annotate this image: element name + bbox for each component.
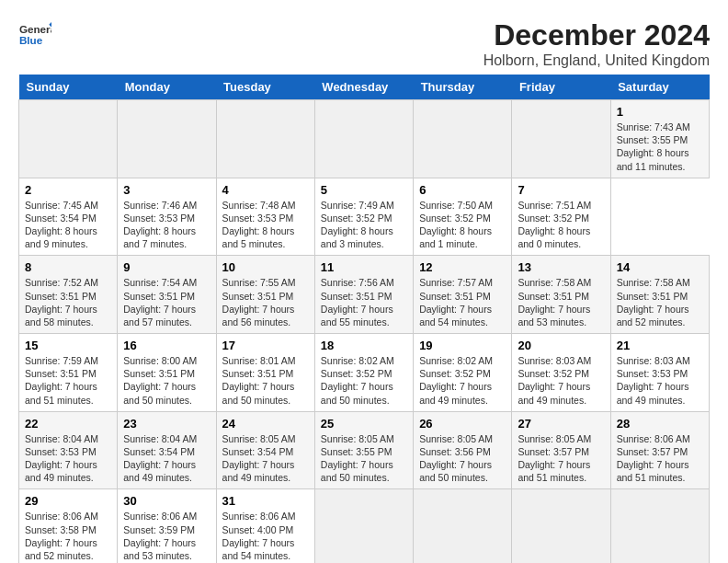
- day-detail: Sunrise: 8:02 AM Sunset: 3:52 PM Dayligh…: [321, 354, 407, 407]
- main-title: December 2024: [483, 18, 710, 52]
- day-number: 27: [518, 417, 604, 431]
- header-day-friday: Friday: [512, 75, 610, 100]
- header-day-saturday: Saturday: [610, 75, 709, 100]
- day-detail: Sunrise: 8:05 AM Sunset: 3:54 PM Dayligh…: [222, 432, 309, 485]
- header-day-tuesday: Tuesday: [216, 75, 314, 100]
- calendar-cell: [118, 100, 216, 178]
- day-number: 28: [617, 417, 703, 431]
- day-number: 18: [321, 339, 407, 352]
- calendar-cell: 27Sunrise: 8:05 AM Sunset: 3:57 PM Dayli…: [512, 411, 610, 489]
- day-detail: Sunrise: 7:50 AM Sunset: 3:52 PM Dayligh…: [419, 199, 506, 251]
- day-number: 22: [25, 417, 111, 431]
- header: General Blue December 2024 Holborn, Engl…: [18, 18, 710, 69]
- calendar-cell: 11Sunrise: 7:56 AM Sunset: 3:51 PM Dayli…: [314, 256, 413, 334]
- calendar-cell: 2Sunrise: 7:45 AM Sunset: 3:54 PM Daylig…: [19, 178, 118, 256]
- calendar-header-row: SundayMondayTuesdayWednesdayThursdayFrid…: [19, 75, 710, 100]
- day-detail: Sunrise: 7:45 AM Sunset: 3:54 PM Dayligh…: [25, 199, 111, 251]
- day-detail: Sunrise: 7:56 AM Sunset: 3:51 PM Dayligh…: [321, 276, 407, 328]
- day-detail: Sunrise: 7:57 AM Sunset: 3:51 PM Dayligh…: [419, 276, 506, 328]
- day-number: 30: [123, 494, 210, 508]
- calendar-cell: 13Sunrise: 7:58 AM Sunset: 3:51 PM Dayli…: [512, 256, 610, 334]
- logo-svg: General Blue: [18, 18, 51, 52]
- day-detail: Sunrise: 8:04 AM Sunset: 3:53 PM Dayligh…: [25, 432, 111, 485]
- calendar-cell: [610, 489, 709, 563]
- day-detail: Sunrise: 8:06 AM Sunset: 3:57 PM Dayligh…: [617, 432, 703, 485]
- day-number: 12: [419, 260, 506, 274]
- day-number: 9: [123, 260, 210, 274]
- calendar-cell: [414, 100, 512, 178]
- day-number: 31: [222, 494, 309, 508]
- day-detail: Sunrise: 7:58 AM Sunset: 3:51 PM Dayligh…: [518, 276, 604, 328]
- calendar-cell: 23Sunrise: 8:04 AM Sunset: 3:54 PM Dayli…: [118, 411, 216, 489]
- calendar-cell: 16Sunrise: 8:00 AM Sunset: 3:51 PM Dayli…: [118, 334, 216, 412]
- day-number: 29: [25, 494, 111, 508]
- day-number: 26: [419, 417, 506, 431]
- calendar-cell: [314, 100, 413, 178]
- day-number: 1: [617, 105, 703, 119]
- calendar-cell: [19, 100, 118, 178]
- title-block: December 2024 Holborn, England, United K…: [483, 18, 710, 69]
- calendar-cell: 21Sunrise: 8:03 AM Sunset: 3:53 PM Dayli…: [610, 334, 709, 412]
- calendar-cell: 31Sunrise: 8:06 AM Sunset: 4:00 PM Dayli…: [216, 489, 314, 563]
- day-number: 3: [123, 183, 210, 197]
- week-row-1: 2Sunrise: 7:45 AM Sunset: 3:54 PM Daylig…: [19, 178, 710, 256]
- day-detail: Sunrise: 8:03 AM Sunset: 3:53 PM Dayligh…: [617, 354, 703, 407]
- subtitle: Holborn, England, United Kingdom: [483, 52, 710, 69]
- calendar-cell: 5Sunrise: 7:49 AM Sunset: 3:52 PM Daylig…: [314, 178, 413, 256]
- calendar-cell: [512, 100, 610, 178]
- day-detail: Sunrise: 8:06 AM Sunset: 4:00 PM Dayligh…: [222, 510, 309, 562]
- calendar-cell: 30Sunrise: 8:06 AM Sunset: 3:59 PM Dayli…: [118, 489, 216, 563]
- calendar-cell: 9Sunrise: 7:54 AM Sunset: 3:51 PM Daylig…: [118, 256, 216, 334]
- day-number: 19: [419, 339, 506, 352]
- day-number: 15: [25, 339, 111, 352]
- day-detail: Sunrise: 7:58 AM Sunset: 3:51 PM Dayligh…: [617, 276, 703, 328]
- calendar-cell: 4Sunrise: 7:48 AM Sunset: 3:53 PM Daylig…: [216, 178, 314, 256]
- day-number: 8: [25, 260, 111, 274]
- day-detail: Sunrise: 7:49 AM Sunset: 3:52 PM Dayligh…: [321, 199, 407, 251]
- day-detail: Sunrise: 8:01 AM Sunset: 3:51 PM Dayligh…: [222, 354, 309, 407]
- calendar-cell: 20Sunrise: 8:03 AM Sunset: 3:52 PM Dayli…: [512, 334, 610, 412]
- week-row-2: 8Sunrise: 7:52 AM Sunset: 3:51 PM Daylig…: [19, 256, 710, 334]
- svg-text:Blue: Blue: [19, 34, 43, 46]
- day-detail: Sunrise: 8:05 AM Sunset: 3:56 PM Dayligh…: [419, 432, 506, 485]
- week-row-3: 15Sunrise: 7:59 AM Sunset: 3:51 PM Dayli…: [19, 334, 710, 412]
- week-row-5: 29Sunrise: 8:06 AM Sunset: 3:58 PM Dayli…: [19, 489, 710, 563]
- calendar-cell: 17Sunrise: 8:01 AM Sunset: 3:51 PM Dayli…: [216, 334, 314, 412]
- day-detail: Sunrise: 7:46 AM Sunset: 3:53 PM Dayligh…: [123, 199, 210, 251]
- day-number: 10: [222, 260, 309, 274]
- week-row-0: 1Sunrise: 7:43 AM Sunset: 3:55 PM Daylig…: [19, 100, 710, 178]
- calendar-cell: 19Sunrise: 8:02 AM Sunset: 3:52 PM Dayli…: [414, 334, 512, 412]
- day-detail: Sunrise: 8:02 AM Sunset: 3:52 PM Dayligh…: [419, 354, 506, 407]
- day-number: 6: [419, 183, 506, 197]
- day-number: 21: [617, 339, 703, 352]
- calendar-table: SundayMondayTuesdayWednesdayThursdayFrid…: [18, 75, 710, 563]
- calendar-cell: 18Sunrise: 8:02 AM Sunset: 3:52 PM Dayli…: [314, 334, 413, 412]
- week-row-4: 22Sunrise: 8:04 AM Sunset: 3:53 PM Dayli…: [19, 411, 710, 489]
- day-detail: Sunrise: 8:05 AM Sunset: 3:57 PM Dayligh…: [518, 432, 604, 485]
- day-number: 2: [25, 183, 111, 197]
- day-number: 25: [321, 417, 407, 431]
- day-detail: Sunrise: 8:04 AM Sunset: 3:54 PM Dayligh…: [123, 432, 210, 485]
- header-day-sunday: Sunday: [19, 75, 118, 100]
- calendar-cell: 29Sunrise: 8:06 AM Sunset: 3:58 PM Dayli…: [19, 489, 118, 563]
- calendar-cell: 12Sunrise: 7:57 AM Sunset: 3:51 PM Dayli…: [414, 256, 512, 334]
- calendar-cell: 14Sunrise: 7:58 AM Sunset: 3:51 PM Dayli…: [610, 256, 709, 334]
- day-number: 20: [518, 339, 604, 352]
- header-day-thursday: Thursday: [414, 75, 512, 100]
- calendar-cell: 6Sunrise: 7:50 AM Sunset: 3:52 PM Daylig…: [414, 178, 512, 256]
- calendar-cell: 25Sunrise: 8:05 AM Sunset: 3:55 PM Dayli…: [314, 411, 413, 489]
- day-detail: Sunrise: 7:55 AM Sunset: 3:51 PM Dayligh…: [222, 276, 309, 328]
- day-detail: Sunrise: 8:06 AM Sunset: 3:59 PM Dayligh…: [123, 510, 210, 562]
- day-number: 24: [222, 417, 309, 431]
- calendar-cell: 1Sunrise: 7:43 AM Sunset: 3:55 PM Daylig…: [610, 100, 709, 178]
- day-number: 16: [123, 339, 210, 352]
- day-number: 7: [518, 183, 604, 197]
- header-day-monday: Monday: [118, 75, 216, 100]
- calendar-cell: [414, 489, 512, 563]
- calendar-cell: 7Sunrise: 7:51 AM Sunset: 3:52 PM Daylig…: [512, 178, 610, 256]
- day-detail: Sunrise: 7:43 AM Sunset: 3:55 PM Dayligh…: [617, 121, 703, 173]
- day-detail: Sunrise: 7:52 AM Sunset: 3:51 PM Dayligh…: [25, 276, 111, 328]
- calendar-cell: 3Sunrise: 7:46 AM Sunset: 3:53 PM Daylig…: [118, 178, 216, 256]
- day-number: 11: [321, 260, 407, 274]
- logo: General Blue: [18, 18, 51, 52]
